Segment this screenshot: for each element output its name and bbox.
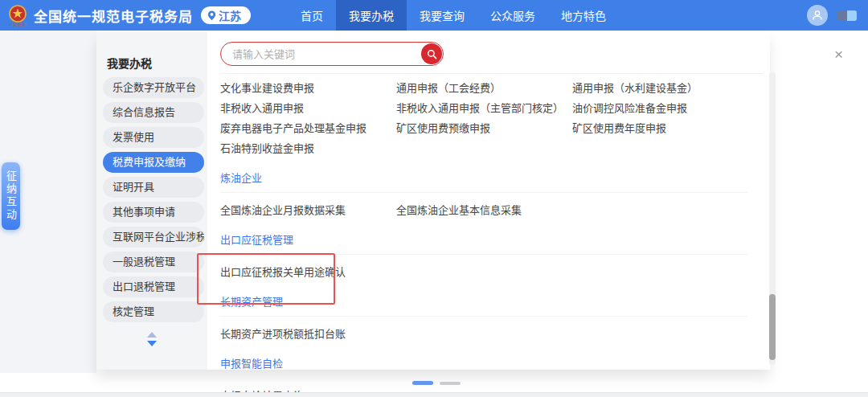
page-bottom-strip bbox=[0, 392, 868, 397]
tax-menu-panel: 我要办税 乐企数字开放平台 综合信息报告 发票使用 税费申报及缴纳 证明开具 其… bbox=[96, 32, 770, 370]
nav-public-service[interactable]: 公众服务 bbox=[477, 0, 548, 31]
menu-link[interactable]: 矿区使用费预缴申报 bbox=[396, 120, 572, 135]
section-header-smart-selfcheck[interactable]: 申报智能自检 bbox=[220, 351, 748, 379]
link-row: 长期资产进项税额抵扣台账 bbox=[220, 323, 748, 343]
menu-link[interactable]: 通用申报（工会经费） bbox=[396, 80, 572, 95]
page-dash-1[interactable] bbox=[412, 381, 433, 385]
menu-content: 文化事业建设费申报 通用申报（工会经费） 通用申报（水利建设基金） 非税收入通用… bbox=[207, 32, 779, 370]
sidebar-item-comprehensive-info[interactable]: 综合信息报告 bbox=[103, 102, 204, 123]
menu-link-longterm-asset-ledger[interactable]: 长期资产进项税额抵扣台账 bbox=[220, 325, 396, 341]
sidebar-scroll-arrows bbox=[96, 332, 207, 346]
region-selector[interactable]: 江苏 bbox=[201, 6, 251, 24]
link-row: 非税收入通用申报 非税收入通用申报（主管部门核定） 油价调控风险准备金申报 bbox=[220, 97, 748, 117]
carousel-pagination bbox=[412, 381, 461, 385]
scroll-down-icon[interactable] bbox=[147, 341, 157, 346]
section-header-longterm-assets[interactable]: 长期资产管理 bbox=[220, 289, 748, 317]
scroll-up-icon[interactable] bbox=[147, 332, 157, 338]
site-title: 全国统一规范电子税务局 bbox=[34, 6, 193, 26]
link-row: 文化事业建设费申报 通用申报（工会经费） 通用申报（水利建设基金） bbox=[220, 77, 748, 97]
location-pin-icon bbox=[207, 10, 216, 21]
menu-link[interactable]: 通用申报（水利建设基金） bbox=[572, 80, 748, 95]
section-header-refinery[interactable]: 炼油企业 bbox=[220, 166, 748, 193]
logo-caption: 中国税务 bbox=[9, 23, 27, 27]
region-label: 江苏 bbox=[219, 7, 241, 23]
link-row: 全国炼油企业月报数据采集 全国炼油企业基本信息采集 bbox=[220, 199, 748, 219]
menu-link[interactable]: 石油特别收益金申报 bbox=[220, 140, 396, 155]
user-avatar[interactable] bbox=[807, 5, 828, 26]
sidebar-item-internet-platform-report[interactable]: 互联网平台企业涉税信息报送 bbox=[103, 227, 204, 248]
search-icon bbox=[427, 49, 437, 59]
content-scrollbar[interactable] bbox=[769, 72, 776, 365]
sidebar-item-certificate-issue[interactable]: 证明开具 bbox=[103, 177, 204, 198]
sidebar-item-leqi-platform[interactable]: 乐企数字开放平台 bbox=[103, 77, 204, 98]
close-icon[interactable]: × bbox=[834, 47, 843, 62]
sidebar-item-assessment-mgmt[interactable]: 核定管理 bbox=[103, 301, 204, 322]
search-button[interactable] bbox=[421, 43, 442, 64]
scrollbar-thumb[interactable] bbox=[769, 294, 776, 360]
sidebar-title: 我要办税 bbox=[107, 55, 207, 71]
sidebar-item-general-refund[interactable]: 一般退税管理 bbox=[103, 252, 204, 272]
sidebar-item-invoice-use[interactable]: 发票使用 bbox=[103, 127, 204, 148]
header-right bbox=[807, 5, 857, 26]
toggle-left-segment bbox=[837, 10, 847, 21]
menu-link[interactable]: 全国炼油企业基本信息采集 bbox=[396, 202, 572, 217]
main-nav: 首页 我要办税 我要查询 公众服务 地方特色 bbox=[288, 0, 619, 31]
link-row: 废弃电器电子产品处理基金申报 矿区使用费预缴申报 矿区使用费年度申报 bbox=[220, 117, 748, 137]
menu-link[interactable]: 油价调控风险准备金申报 bbox=[572, 100, 748, 115]
sidebar-item-export-refund[interactable]: 出口退税管理 bbox=[103, 276, 204, 297]
section-header-export-taxable[interactable]: 出口应征税管理 bbox=[220, 227, 748, 255]
national-emblem-icon bbox=[8, 5, 27, 23]
search-input[interactable] bbox=[220, 42, 444, 66]
menu-link[interactable]: 非税收入通用申报 bbox=[220, 100, 396, 115]
nav-home[interactable]: 首页 bbox=[288, 0, 336, 31]
top-header: 中国税务 全国统一规范电子税务局 江苏 首页 我要办税 我要查询 公众服务 地方… bbox=[0, 0, 868, 31]
main-area: 征纳互动 我要办税 乐企数字开放平台 综合信息报告 发票使用 税费申报及缴纳 证… bbox=[0, 31, 868, 397]
sidebar-item-other-matters[interactable]: 其他事项申请 bbox=[103, 202, 204, 223]
nav-local-features[interactable]: 地方特色 bbox=[548, 0, 619, 31]
person-icon bbox=[811, 9, 824, 22]
link-row: 出口应征税报关单用途确认 bbox=[220, 261, 748, 281]
sidebar-item-tax-declaration[interactable]: 税费申报及缴纳 bbox=[103, 152, 204, 173]
nav-tax-handling[interactable]: 我要办税 bbox=[336, 0, 407, 31]
tax-bureau-logo: 中国税务 bbox=[8, 5, 27, 27]
tax-item-list: 文化事业建设费申报 通用申报（工会经费） 通用申报（水利建设基金） 非税收入通用… bbox=[220, 73, 763, 397]
page-dash-2[interactable] bbox=[440, 382, 461, 385]
nav-inquiry[interactable]: 我要查询 bbox=[407, 0, 477, 31]
menu-link[interactable]: 出口应征税报关单用途确认 bbox=[220, 264, 396, 279]
menu-link[interactable]: 全国炼油企业月报数据采集 bbox=[220, 202, 396, 217]
toggle-right-segment bbox=[847, 10, 857, 21]
category-sidebar: 我要办税 乐企数字开放平台 综合信息报告 发票使用 税费申报及缴纳 证明开具 其… bbox=[96, 32, 207, 370]
menu-link[interactable]: 非税收入通用申报（主管部门核定） bbox=[396, 100, 572, 115]
levy-interaction-tab[interactable]: 征纳互动 bbox=[2, 162, 20, 230]
menu-link[interactable]: 文化事业建设费申报 bbox=[220, 80, 396, 95]
link-row: 石油特别收益金申报 bbox=[220, 137, 748, 158]
keyword-search bbox=[220, 42, 444, 66]
collapse-toggle[interactable] bbox=[837, 10, 857, 21]
menu-link[interactable]: 矿区使用费年度申报 bbox=[572, 120, 748, 135]
menu-link[interactable]: 废弃电器电子产品处理基金申报 bbox=[220, 120, 396, 135]
